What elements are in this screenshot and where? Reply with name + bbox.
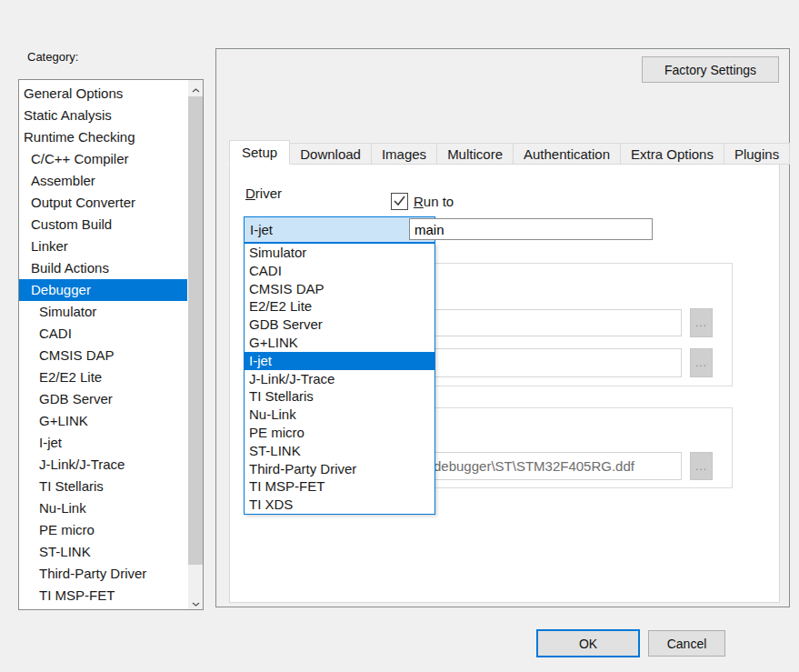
scroll-down-button[interactable] bbox=[188, 594, 203, 609]
ok-button[interactable]: OK bbox=[536, 629, 640, 657]
category-item-g-link[interactable]: G+LINK bbox=[19, 410, 187, 432]
driver-option-e2-e2-lite[interactable]: E2/E2 Lite bbox=[245, 297, 434, 316]
category-item-debugger[interactable]: Debugger bbox=[19, 279, 187, 301]
run-to-label: Run to bbox=[414, 194, 454, 209]
category-item-simulator[interactable]: Simulator bbox=[19, 301, 187, 323]
driver-option-ti-stellaris[interactable]: TI Stellaris bbox=[245, 387, 434, 406]
setup-tab-pane: Driver I-jet Run to ... ... bbox=[229, 164, 780, 603]
cancel-button[interactable]: Cancel bbox=[648, 630, 725, 657]
run-to-row: Run to bbox=[391, 193, 454, 210]
chevron-up-icon bbox=[192, 80, 200, 96]
chevron-down-icon bbox=[192, 594, 200, 610]
driver-option-ti-xds[interactable]: TI XDS bbox=[245, 496, 434, 514]
category-item-st-link[interactable]: ST-LINK bbox=[19, 541, 187, 563]
checkmark-icon bbox=[394, 194, 405, 210]
driver-combobox-value: I-jet bbox=[250, 222, 416, 237]
category-item-output-converter[interactable]: Output Converter bbox=[19, 192, 187, 214]
tab-multicore[interactable]: Multicore bbox=[436, 143, 514, 165]
category-item-nu-link[interactable]: Nu-Link bbox=[19, 497, 187, 519]
category-item-third-party-driver[interactable]: Third-Party Driver bbox=[19, 563, 187, 585]
category-item-pe-micro[interactable]: PE micro bbox=[19, 519, 187, 541]
driver-option-i-jet[interactable]: I-jet bbox=[245, 352, 434, 370]
tab-extra-options[interactable]: Extra Options bbox=[620, 143, 724, 165]
driver-dropdown-list[interactable]: SimulatorCADICMSIS DAPE2/E2 LiteGDB Serv… bbox=[244, 243, 435, 515]
run-to-checkbox[interactable] bbox=[391, 193, 408, 210]
driver-option-cmsis-dap[interactable]: CMSIS DAP bbox=[245, 280, 434, 298]
options-dialog: Category: General OptionsStatic Analysis… bbox=[0, 0, 799, 672]
category-label: Category: bbox=[27, 50, 78, 64]
driver-option-pe-micro[interactable]: PE micro bbox=[245, 424, 434, 442]
category-item-gdb-server[interactable]: GDB Server bbox=[19, 388, 187, 410]
category-item-cmsis-dap[interactable]: CMSIS DAP bbox=[19, 345, 187, 366]
scrollbar-thumb[interactable] bbox=[188, 96, 203, 565]
driver-option-third-party-driver[interactable]: Third-Party Driver bbox=[245, 460, 434, 478]
driver-option-g-link[interactable]: G+LINK bbox=[245, 334, 434, 352]
browse-button-2[interactable]: ... bbox=[690, 348, 713, 377]
tab-plugins[interactable]: Plugins bbox=[724, 143, 790, 165]
driver-option-ti-msp-fet[interactable]: TI MSP-FET bbox=[245, 477, 434, 496]
tab-authentication[interactable]: Authentication bbox=[513, 143, 621, 165]
category-item-ti-stellaris[interactable]: TI Stellaris bbox=[19, 476, 187, 497]
category-item-e2-e2-lite[interactable]: E2/E2 Lite bbox=[19, 366, 187, 388]
tab-setup[interactable]: Setup bbox=[229, 140, 290, 165]
category-item-custom-build[interactable]: Custom Build bbox=[19, 214, 187, 236]
driver-option-cadi[interactable]: CADI bbox=[245, 262, 434, 280]
category-rows: General OptionsStatic AnalysisRuntime Ch… bbox=[19, 83, 187, 609]
driver-combobox[interactable]: I-jet bbox=[244, 216, 435, 243]
driver-option-simulator[interactable]: Simulator bbox=[245, 244, 434, 262]
category-item-j-link-j-trace[interactable]: J-Link/J-Trace bbox=[19, 454, 187, 476]
tab-strip: SetupDownloadImagesMulticoreAuthenticati… bbox=[229, 140, 789, 165]
driver-option-st-link[interactable]: ST-LINK bbox=[245, 442, 434, 460]
category-listbox[interactable]: General OptionsStatic AnalysisRuntime Ch… bbox=[18, 79, 204, 610]
category-item-assembler[interactable]: Assembler bbox=[19, 170, 187, 192]
settings-panel: Factory Settings SetupDownloadImagesMult… bbox=[215, 48, 790, 607]
tab-download[interactable]: Download bbox=[289, 143, 372, 165]
category-item-runtime-checking[interactable]: Runtime Checking bbox=[19, 126, 187, 148]
category-item-general-options[interactable]: General Options bbox=[19, 83, 187, 105]
scroll-up-button[interactable] bbox=[188, 80, 203, 95]
browse-button-1[interactable]: ... bbox=[690, 308, 713, 337]
browse-button-3[interactable]: ... bbox=[690, 452, 713, 480]
category-item-cadi[interactable]: CADI bbox=[19, 323, 187, 345]
category-item-static-analysis[interactable]: Static Analysis bbox=[19, 105, 187, 126]
category-item-linker[interactable]: Linker bbox=[19, 236, 187, 257]
category-item-ti-msp-fet[interactable]: TI MSP-FET bbox=[19, 585, 187, 607]
category-item-c-c-compiler[interactable]: C/C++ Compiler bbox=[19, 148, 187, 170]
category-item-i-jet[interactable]: I-jet bbox=[19, 432, 187, 454]
category-item-build-actions[interactable]: Build Actions bbox=[19, 257, 187, 279]
driver-label: Driver bbox=[245, 186, 282, 201]
driver-option-gdb-server[interactable]: GDB Server bbox=[245, 316, 434, 334]
tab-images[interactable]: Images bbox=[371, 143, 437, 165]
run-to-input[interactable] bbox=[409, 218, 653, 240]
category-scrollbar[interactable] bbox=[188, 80, 203, 609]
driver-option-nu-link[interactable]: Nu-Link bbox=[245, 406, 434, 424]
driver-option-j-link-j-trace[interactable]: J-Link/J-Trace bbox=[245, 370, 434, 388]
factory-settings-button[interactable]: Factory Settings bbox=[642, 56, 779, 83]
